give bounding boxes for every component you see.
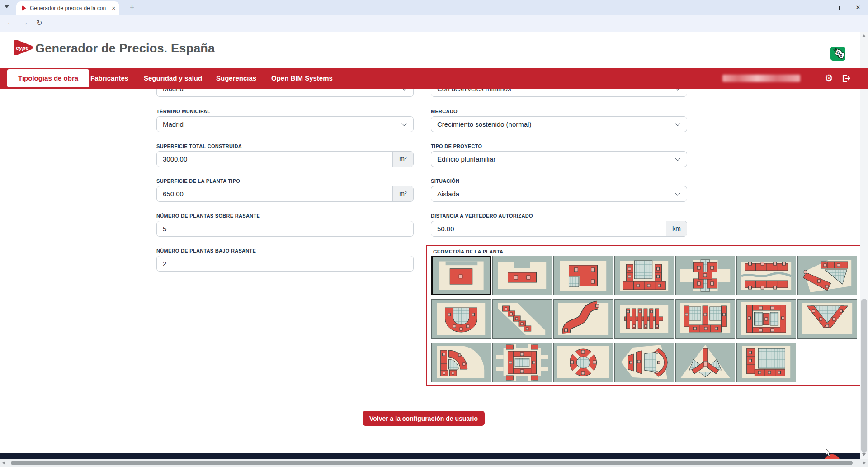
geometry-tile-l-block-courtyard[interactable] bbox=[553, 256, 613, 295]
scroll-right-icon[interactable] bbox=[863, 461, 866, 465]
site-header: cype Generador de Precios. España € $ bbox=[0, 32, 860, 68]
unit-addon-km: km bbox=[666, 221, 687, 236]
geometry-tile-circular-ring[interactable] bbox=[553, 343, 613, 382]
field-label-mercado: MERCADO bbox=[431, 109, 687, 114]
browser-tab[interactable]: Generador de precios de la con ✕ bbox=[16, 1, 119, 15]
scroll-up-icon[interactable] bbox=[862, 34, 866, 37]
reload-icon[interactable]: ↻ bbox=[34, 19, 44, 27]
geometry-tile-parallel-rows-wavy-road[interactable] bbox=[736, 256, 796, 295]
tab-title: Generador de precios de la con bbox=[30, 5, 109, 11]
new-tab-button[interactable]: + bbox=[127, 2, 137, 13]
site-title: Generador de Precios. España bbox=[35, 42, 215, 56]
field-label-tipo-de-proyecto: TIPO DE PROYECTO bbox=[431, 143, 687, 149]
cype-logo[interactable]: cype bbox=[13, 39, 34, 56]
geometry-panel: GEOMETRÍA DE LA PLANTA bbox=[426, 245, 861, 386]
field-label-situacion: SITUACIÓN bbox=[431, 178, 687, 184]
geometry-tile-staircase-blocks[interactable] bbox=[492, 299, 552, 339]
chevron-down-icon bbox=[675, 121, 680, 126]
nav-item-seguridad-y-salud[interactable]: Seguridad y salud bbox=[144, 68, 202, 89]
unit-addon-m: m² bbox=[392, 186, 413, 201]
mouse-cursor bbox=[826, 448, 832, 457]
nav-item-open-bim-systems[interactable]: Open BIM Systems bbox=[271, 68, 333, 89]
select-mercado[interactable]: Crecimiento sostenido (normal) bbox=[431, 116, 687, 132]
field-label-termino-municipal: TÉRMINO MUNICIPAL bbox=[156, 109, 414, 114]
gear-icon[interactable]: ⚙ bbox=[825, 71, 833, 85]
input-numero-de-plantas-bajo-rasante[interactable]: 2 bbox=[156, 256, 414, 272]
geometry-tile-wide-slab[interactable] bbox=[492, 256, 552, 295]
geometry-tile-tri-radial[interactable] bbox=[675, 343, 735, 382]
field-value: 3000.00 bbox=[163, 155, 187, 163]
vertical-scrollbar-thumb[interactable] bbox=[861, 299, 867, 453]
geometry-grid bbox=[431, 256, 858, 382]
geometry-tile-central-block[interactable] bbox=[431, 256, 491, 295]
unit-addon-m: m² bbox=[392, 152, 413, 167]
price-tags-icon[interactable]: € $ bbox=[830, 47, 845, 61]
horizontal-scrollbar-thumb[interactable] bbox=[11, 461, 853, 465]
select-termino-municipal[interactable]: Madrid bbox=[156, 116, 414, 132]
geometry-tile-cross-plaza[interactable] bbox=[675, 256, 735, 295]
scroll-down-icon[interactable] bbox=[862, 453, 866, 456]
field-value: 2 bbox=[163, 260, 166, 267]
vertical-scrollbar[interactable] bbox=[860, 32, 868, 459]
geometry-tile-ring-with-center-bar[interactable] bbox=[736, 299, 796, 339]
nav-item-fabricantes[interactable]: Fabricantes bbox=[90, 68, 128, 89]
field-value: Aislada bbox=[437, 190, 459, 198]
input-superficie-de-la-planta-tipo[interactable]: 650.00m² bbox=[156, 186, 414, 202]
geometry-tile-s-curve-slab[interactable] bbox=[553, 299, 613, 339]
geometry-tile-v-courtyard[interactable] bbox=[797, 299, 857, 339]
input-superficie-total-construida[interactable]: 3000.00m² bbox=[156, 151, 414, 167]
chevron-down-icon bbox=[675, 156, 680, 161]
window-close-button[interactable]: ✕ bbox=[848, 0, 868, 15]
field-value: 5 bbox=[163, 225, 166, 233]
select-situacion[interactable]: Aislada bbox=[431, 186, 687, 202]
geometry-tile-radial-fan[interactable] bbox=[614, 343, 674, 382]
svg-text:cype: cype bbox=[16, 45, 29, 51]
geometry-tile-diagonal-wedge[interactable] bbox=[797, 256, 857, 295]
field-label-distancia-a-vertedero-autorizado: DISTANCIA A VERTEDERO AUTORIZADO bbox=[431, 213, 687, 219]
browser-toolbar: ← → ↻ generadordeprecios.info/remote.asp… bbox=[0, 15, 868, 32]
browser-tab-strip: Generador de precios de la con ✕ + — ✕ bbox=[0, 0, 868, 15]
scroll-left-icon[interactable] bbox=[2, 461, 5, 465]
field-label-numero-de-plantas-bajo-rasante: NÚMERO DE PLANTAS BAJO RASANTE bbox=[156, 248, 414, 253]
user-email-redacted bbox=[722, 75, 800, 82]
field-value: 650.00 bbox=[163, 190, 184, 198]
field-label-superficie-de-la-planta-tipo: SUPERFICIE DE LA PLANTA TIPO bbox=[156, 178, 414, 184]
logout-icon[interactable] bbox=[842, 74, 851, 82]
chevron-down-icon bbox=[675, 191, 680, 195]
field-value: 50.00 bbox=[437, 225, 454, 233]
field-label-numero-de-plantas-sobre-rasante: NÚMERO DE PLANTAS SOBRE RASANTE bbox=[156, 213, 414, 219]
field-value: Madrid bbox=[163, 120, 184, 128]
field-label-superficie-total-construida: SUPERFICIE TOTAL CONSTRUIDA bbox=[156, 143, 414, 149]
select-tipo-de-proyecto[interactable]: Edificio plurifamiliar bbox=[431, 151, 687, 167]
geometry-label: GEOMETRÍA DE LA PLANTA bbox=[433, 249, 503, 254]
tab-close-icon[interactable]: ✕ bbox=[112, 5, 116, 11]
nav-item-tipologias-de-obra[interactable]: Tipologías de obra bbox=[7, 69, 89, 87]
window-maximize-button[interactable] bbox=[827, 0, 847, 15]
geometry-tile-l-large-courtyard[interactable] bbox=[736, 343, 796, 382]
input-numero-de-plantas-sobre-rasante[interactable]: 5 bbox=[156, 221, 414, 237]
site-favicon-icon bbox=[22, 5, 26, 11]
geometry-tile-comb-bars[interactable] bbox=[614, 299, 674, 339]
tab-search-caret-icon[interactable] bbox=[5, 5, 9, 8]
forward-icon[interactable]: → bbox=[20, 19, 30, 27]
back-to-user-config-button[interactable]: Volver a la configuración de usuario bbox=[363, 411, 485, 426]
nav-item-sugerencias[interactable]: Sugerencias bbox=[216, 68, 256, 89]
window-minimize-button[interactable]: — bbox=[807, 0, 826, 15]
chevron-down-icon bbox=[401, 121, 406, 126]
footer-strip bbox=[0, 453, 860, 459]
input-distancia-a-vertedero-autorizado[interactable]: 50.00km bbox=[431, 221, 687, 237]
field-value: Edificio plurifamiliar bbox=[437, 155, 495, 163]
geometry-tile-horseshoe-courtyard[interactable] bbox=[431, 299, 491, 339]
horizontal-scrollbar[interactable] bbox=[0, 459, 868, 467]
back-icon[interactable]: ← bbox=[5, 19, 15, 27]
geometry-tile-quarter-arc-l[interactable] bbox=[431, 343, 491, 382]
field-value: Crecimiento sostenido (normal) bbox=[437, 120, 531, 128]
geometry-tile-double-courtyard-u[interactable] bbox=[675, 299, 735, 339]
geometry-tile-u-towers-courtyard[interactable] bbox=[614, 256, 674, 295]
geometry-tile-courtyard-ring[interactable] bbox=[492, 343, 552, 382]
